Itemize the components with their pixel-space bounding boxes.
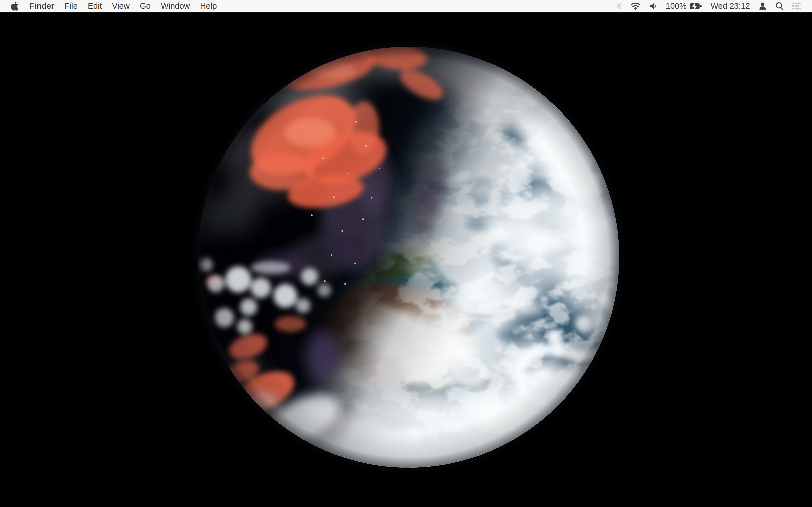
spotlight-menu-extra[interactable] <box>771 0 788 12</box>
earth-satellite-graphic <box>0 0 812 507</box>
desktop-wallpaper[interactable] <box>0 0 812 507</box>
menu-view[interactable]: View <box>107 0 135 12</box>
menu-go[interactable]: Go <box>135 0 156 12</box>
notification-list-icon <box>792 2 802 10</box>
menu-file[interactable]: File <box>59 0 83 12</box>
bluetooth-menu-extra[interactable] <box>612 0 626 12</box>
search-icon <box>775 2 783 10</box>
battery-charging-icon <box>689 2 702 10</box>
user-icon <box>758 2 767 10</box>
menu-help[interactable]: Help <box>195 0 222 12</box>
menu-finder[interactable]: Finder <box>24 0 59 12</box>
volume-icon <box>649 2 657 10</box>
battery-menu-extra[interactable]: 100% <box>661 0 706 12</box>
user-menu-extra[interactable] <box>754 0 771 12</box>
bluetooth-icon <box>616 2 622 10</box>
menu-bar-app-menus: Finder File Edit View Go Window Help <box>0 0 222 12</box>
menu-edit[interactable]: Edit <box>83 0 107 12</box>
wifi-menu-extra[interactable] <box>626 0 645 12</box>
menu-window[interactable]: Window <box>156 0 195 12</box>
wifi-icon <box>630 2 641 10</box>
menu-bar-status: 100% Wed 23:12 <box>612 0 812 12</box>
macos-desktop-screen: Finder File Edit View Go Window Help <box>0 0 812 507</box>
notification-center-menu-extra[interactable] <box>788 0 806 12</box>
apple-menu[interactable] <box>6 0 24 12</box>
volume-menu-extra[interactable] <box>645 0 661 12</box>
battery-percent-label: 100% <box>666 1 687 11</box>
menu-bar: Finder File Edit View Go Window Help <box>0 0 812 12</box>
apple-logo-icon <box>11 1 18 11</box>
clock-menu-extra[interactable]: Wed 23:12 <box>706 0 754 12</box>
